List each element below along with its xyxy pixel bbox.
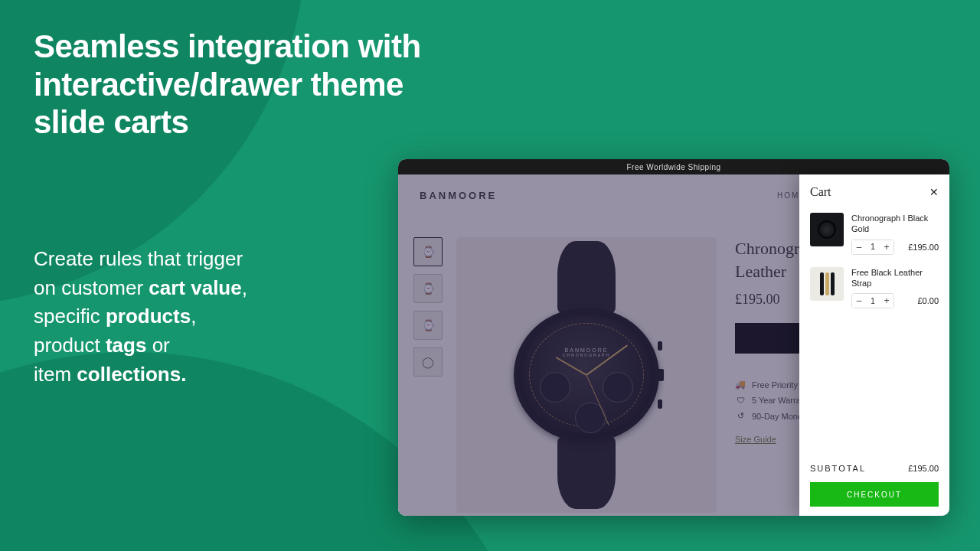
headline-line-2: interactive/drawer theme (34, 66, 421, 104)
subtotal-value: £195.00 (908, 464, 939, 473)
cart-item-price: £0.00 (917, 296, 939, 305)
store-screenshot: Free Worldwide Shipping BANMOORE HOME WA… (398, 159, 949, 516)
cart-item-name[interactable]: Chronograph I Black Gold (851, 213, 939, 235)
headline-line-3: slide carts (34, 103, 421, 142)
qty-value: 1 (866, 297, 880, 305)
cart-item-thumb-watch[interactable] (810, 213, 844, 246)
qty-increase-button[interactable]: + (880, 294, 893, 308)
sub-line-4a: product (34, 334, 106, 357)
sub-bold-collections: collections. (77, 363, 186, 386)
announcement-bar: Free Worldwide Shipping (398, 159, 949, 174)
marketing-subtext: Create rules that trigger on customer ca… (34, 245, 247, 389)
close-icon[interactable]: ✕ (929, 186, 939, 198)
qty-decrease-button[interactable]: – (852, 240, 866, 254)
sub-bold-products: products (106, 305, 191, 328)
cart-item-name[interactable]: Free Black Leather Strap (851, 267, 939, 289)
sub-bold-tags: tags (106, 334, 146, 357)
mini-watch-icon (818, 220, 836, 239)
cart-title: Cart (810, 185, 831, 199)
qty-decrease-button[interactable]: – (852, 294, 866, 308)
sub-line-3a: specific (34, 305, 106, 328)
qty-increase-button[interactable]: + (880, 240, 893, 254)
qty-value: 1 (866, 243, 880, 251)
sub-comma-1: , (242, 276, 247, 299)
cart-drawer: Cart ✕ Chronograph I Black Gold – 1 + (799, 174, 949, 516)
checkout-button[interactable]: CHECKOUT (810, 482, 939, 507)
cart-item-thumb-strap[interactable] (810, 267, 844, 301)
marketing-headline: Seamless integration with interactive/dr… (34, 28, 421, 142)
headline-line-1: Seamless integration with (34, 28, 421, 66)
quantity-stepper: – 1 + (851, 293, 894, 308)
cart-item-price: £195.00 (908, 243, 939, 252)
quantity-stepper: – 1 + (851, 240, 894, 255)
sub-bold-cart-value: cart value (149, 276, 241, 299)
sub-or: or (146, 334, 169, 357)
cart-item: Chronograph I Black Gold – 1 + £195.00 (810, 213, 939, 255)
sub-line-2a: on customer (34, 276, 149, 299)
sub-comma-2: , (191, 305, 196, 328)
cart-item: Free Black Leather Strap – 1 + £0.00 (810, 267, 939, 309)
cart-subtotal: SUBTOTAL £195.00 (810, 464, 939, 473)
sub-line-1: Create rules that trigger (34, 247, 243, 270)
announcement-text: Free Worldwide Shipping (626, 163, 720, 171)
subtotal-label: SUBTOTAL (810, 464, 866, 473)
sub-line-5a: item (34, 363, 77, 386)
